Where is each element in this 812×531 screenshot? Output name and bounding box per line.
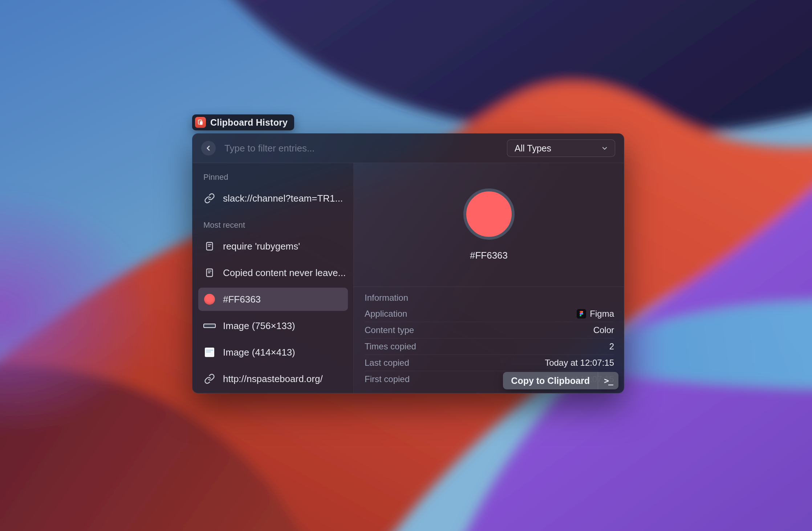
information-heading: Information — [365, 290, 614, 306]
image-square-icon — [203, 348, 216, 357]
color-dot-icon — [203, 294, 216, 305]
list-item-color-ff6363[interactable]: #FF6363 — [198, 288, 348, 311]
back-button[interactable] — [201, 141, 216, 155]
list-item-image-wide[interactable]: Image (756×133) — [198, 314, 348, 337]
color-swatch — [463, 189, 515, 240]
text-snippet-icon — [203, 268, 216, 278]
info-row-content-type: Content type Color — [365, 322, 614, 338]
clipboard-app-icon — [195, 117, 206, 128]
chevron-down-icon — [600, 144, 609, 153]
section-title-most-recent: Most recent — [203, 220, 348, 230]
link-icon — [203, 193, 216, 204]
list-item-label: #FF6363 — [223, 294, 261, 305]
terminal-icon: >_ — [598, 372, 618, 389]
color-swatch-label: #FF6363 — [470, 250, 508, 261]
image-wide-icon — [203, 324, 216, 328]
text-snippet-icon — [203, 241, 216, 251]
list-item-image-square[interactable]: Image (414×413) — [198, 341, 348, 364]
list-item-slack-link[interactable]: slack://channel?team=TR1... — [198, 187, 348, 210]
info-row-application: Application — [365, 306, 614, 322]
list-item-label: http://nspasteboard.org/ — [223, 373, 323, 385]
chip-title: Clipboard History — [210, 117, 288, 128]
list-item-copied-content[interactable]: Copied content never leave... — [198, 261, 348, 284]
clipboard-history-window: All Types Pinned slack://channe — [192, 133, 624, 393]
info-value-content-type: Color — [593, 325, 614, 335]
info-row-last-copied: Last copied Today at 12:07:15 — [365, 354, 614, 371]
type-filter-dropdown[interactable]: All Types — [507, 139, 615, 157]
list-item-label: Image (756×133) — [223, 320, 295, 332]
search-input[interactable] — [224, 142, 499, 154]
figma-icon — [577, 309, 586, 319]
copy-to-clipboard-button[interactable]: Copy to Clipboard >_ — [503, 372, 618, 389]
list-item-label: slack://channel?team=TR1... — [223, 193, 343, 204]
info-value-last-copied: Today at 12:07:15 — [545, 358, 614, 368]
desktop: Clipboard History All Types Pinned — [0, 0, 812, 531]
detail-panel: #FF6363 Information Application — [354, 163, 624, 393]
window-body: Pinned slack://channel?team=TR1... Most … — [192, 163, 624, 393]
link-icon — [203, 373, 216, 384]
info-value-times-copied: 2 — [609, 341, 614, 352]
list-item-label: Copied content never leave... — [223, 267, 346, 279]
clipboard-history-chip: Clipboard History — [192, 114, 294, 130]
info-value-application: Figma — [590, 309, 614, 319]
section-title-pinned: Pinned — [203, 173, 348, 182]
info-row-times-copied: Times copied 2 — [365, 338, 614, 354]
clipboard-entries-list: Pinned slack://channel?team=TR1... Most … — [192, 163, 354, 393]
window-header: All Types — [192, 134, 624, 163]
copy-button-label: Copy to Clipboard — [503, 372, 598, 389]
list-item-nspasteboard[interactable]: http://nspasteboard.org/ — [198, 367, 348, 390]
list-item-label: require 'rubygems' — [223, 241, 300, 252]
color-preview: #FF6363 — [354, 163, 624, 287]
list-item-rubygems[interactable]: require 'rubygems' — [198, 235, 348, 258]
list-item-label: Image (414×413) — [223, 347, 295, 358]
type-filter-value: All Types — [515, 143, 551, 154]
chevron-left-icon — [204, 143, 213, 153]
